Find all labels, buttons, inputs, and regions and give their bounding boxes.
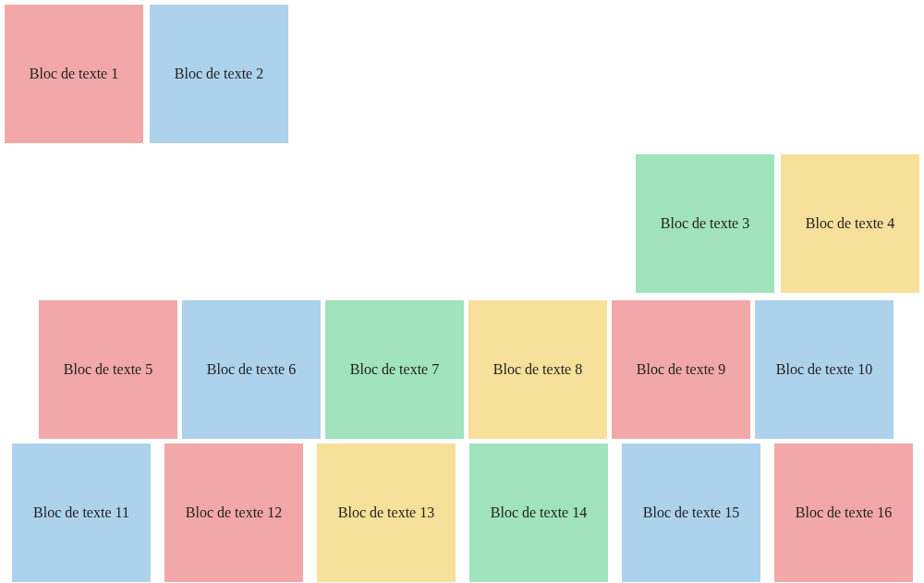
text-block-13: Bloc de texte 13 (317, 443, 456, 582)
text-block-label: Bloc de texte 4 (806, 215, 894, 232)
text-block-16: Bloc de texte 16 (774, 443, 913, 582)
text-block-1: Bloc de texte 1 (5, 5, 143, 143)
text-block-7: Bloc de texte 7 (325, 300, 464, 439)
text-block-label: Bloc de texte 10 (776, 361, 872, 378)
text-block-label: Bloc de texte 2 (175, 66, 263, 82)
text-block-15: Bloc de texte 15 (622, 443, 760, 582)
text-block-10: Bloc de texte 10 (755, 300, 894, 439)
text-block-label: Bloc de texte 1 (30, 66, 118, 82)
text-block-8: Bloc de texte 8 (468, 300, 607, 439)
text-block-14: Bloc de texte 14 (469, 443, 608, 582)
text-block-6: Bloc de texte 6 (182, 300, 321, 439)
text-block-label: Bloc de texte 16 (796, 504, 892, 521)
text-block-4: Bloc de texte 4 (781, 154, 919, 293)
text-block-label: Bloc de texte 3 (661, 215, 749, 232)
text-block-2: Bloc de texte 2 (150, 5, 288, 143)
text-block-label: Bloc de texte 7 (350, 361, 439, 378)
text-block-label: Bloc de texte 9 (637, 361, 725, 378)
text-block-label: Bloc de texte 12 (186, 504, 282, 521)
text-block-label: Bloc de texte 11 (33, 504, 129, 521)
text-block-3: Bloc de texte 3 (636, 154, 774, 293)
text-block-11: Bloc de texte 11 (12, 443, 151, 582)
text-block-9: Bloc de texte 9 (612, 300, 750, 439)
text-block-label: Bloc de texte 5 (64, 361, 152, 378)
text-block-label: Bloc de texte 8 (493, 361, 582, 378)
text-block-5: Bloc de texte 5 (39, 300, 177, 439)
text-block-label: Bloc de texte 14 (491, 504, 587, 521)
text-block-label: Bloc de texte 6 (207, 361, 296, 378)
text-block-label: Bloc de texte 13 (338, 504, 434, 521)
text-block-12: Bloc de texte 12 (164, 443, 303, 582)
text-block-label: Bloc de texte 15 (643, 504, 739, 521)
